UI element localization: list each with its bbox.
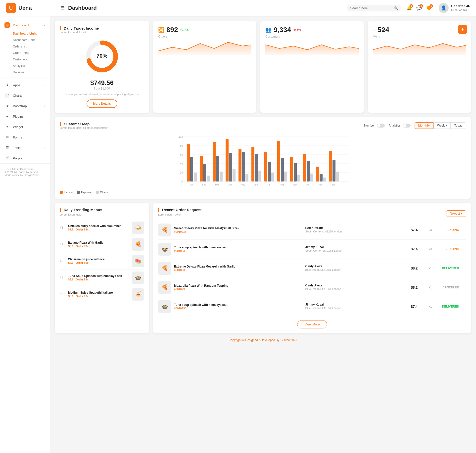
customer-name-1: Peter Parkur — [305, 226, 408, 230]
income-from: from $1,000 — [60, 87, 144, 90]
more-details-button[interactable]: More Details — [87, 99, 117, 108]
trending-meta-5: $5.6 Order 89x — [68, 295, 129, 298]
orders-section: Recent Order Request Lorem ipsum dolor N… — [153, 203, 471, 333]
order-info-3: Extreme Deluxe Pizza Mozarella with Garl… — [174, 265, 302, 272]
rank-2: #2 — [60, 242, 66, 246]
svg-text:Jun: Jun — [254, 183, 258, 186]
customers-label: Customers — [265, 35, 359, 38]
svg-rect-31 — [238, 149, 241, 181]
sidebar-item-apps[interactable]: ℹ Apps › — [0, 80, 50, 90]
order-more-1[interactable]: ⋮ — [462, 227, 466, 232]
customer-name-3: Cindy Alexa — [305, 265, 408, 268]
footer: Copyright © Designed &Developed By 17suc… — [55, 333, 471, 347]
chart-header: Customer Map Lorem ipsum dolor sit amet,… — [60, 122, 466, 129]
trending-meta-3: $5.6 Order 89x — [68, 261, 129, 264]
newest-button[interactable]: Newest ▾ — [446, 210, 466, 217]
order-more-5[interactable]: ⋮ — [462, 304, 466, 309]
period-tabs: Monthly Weekly Today — [415, 122, 466, 129]
search-bar[interactable]: 🔍 — [347, 5, 401, 11]
chevron-right-icon-6: › — [44, 146, 45, 149]
svg-rect-45 — [284, 172, 287, 181]
widget-icon: ✦ — [4, 124, 10, 130]
heart-badge: 1 — [429, 4, 433, 8]
legend-income-label: Income — [64, 191, 73, 194]
sidebar-item-forms[interactable]: ✉ Forms › — [0, 132, 50, 142]
order-row-1: 🍕 Sweet Cheezy Pizza for Kids Meal(Small… — [158, 221, 466, 240]
orders-sparkline — [158, 40, 251, 55]
sidebar-item-bootstrap[interactable]: ★ Bootstrap › — [0, 101, 50, 111]
user-role: Super Admin — [451, 8, 470, 12]
sidebar-sub-analytics[interactable]: Analytics — [13, 63, 50, 69]
order-img-3: 🍕 — [158, 262, 171, 275]
svg-rect-17 — [194, 173, 197, 181]
chevron-right-icon-4: › — [44, 115, 45, 118]
sidebar-item-dashboard[interactable]: ⊞ Dashboard ▾ — [0, 20, 50, 30]
svg-rect-49 — [297, 175, 300, 181]
period-tab-weekly[interactable]: Weekly — [433, 122, 451, 129]
forms-icon: ✉ — [4, 135, 10, 140]
legend-others-dot — [96, 191, 99, 194]
sidebar-item-table[interactable]: ☰ Table › — [0, 142, 50, 153]
order-more-2[interactable]: ⋮ — [462, 247, 466, 251]
trending-section: Daily Trending Menus Lorem ipsum dolor #… — [55, 203, 149, 333]
trending-img-5: 🍝 — [132, 288, 144, 301]
sidebar-sub-reviews[interactable]: Reviews — [13, 69, 50, 76]
customer-name-2: Jimmy Kueai — [305, 245, 408, 249]
sidebar-sub-dashboard-dark[interactable]: Dashboard Dark — [13, 37, 50, 43]
period-tab-monthly[interactable]: Monthly — [415, 122, 433, 129]
search-input[interactable] — [350, 6, 392, 10]
sidebar-footer-copyright: © 2021 All Rights Reserved — [4, 171, 45, 174]
period-tab-today[interactable]: Today — [451, 122, 466, 129]
order-name-4: Mozarella Pizza With Random Topping — [174, 284, 302, 288]
menu-stat-card: ⚙ ≡ 524 Menu — [368, 21, 471, 113]
order-name-5: Tuna soup spinach with himalaya salt — [174, 303, 302, 307]
analytics-toggle[interactable] — [403, 124, 411, 128]
orders-icon: 🔀 — [158, 27, 164, 33]
income-amount: $749.56 — [60, 79, 144, 87]
chevron-right-icon: › — [44, 84, 45, 87]
chevron-right-icon-2: › — [44, 94, 45, 97]
order-price-3: $8.2 — [411, 266, 426, 270]
customer-map-section: Customer Map Lorem ipsum dolor sit amet,… — [55, 117, 471, 199]
heart-button[interactable]: 🧡 1 — [426, 5, 432, 11]
trending-info-4: Tuna Soup Spinach with himalaya salt $5.… — [68, 274, 129, 281]
sidebar-item-charts[interactable]: 📈 Charts › — [0, 90, 50, 101]
order-info-2: Tuna soup spinach with himalaya salt #00… — [174, 246, 302, 253]
avatar-info: Robertos Jr. Super Admin — [451, 4, 470, 12]
order-customer-5: Jimmy Kueai Blue Ocean St.41551 London — [305, 303, 408, 310]
order-img-4: 🍕 — [158, 281, 171, 294]
sidebar-sub-orders-list[interactable]: Orders list — [13, 43, 50, 50]
svg-text:Oct: Oct — [306, 183, 310, 186]
notification-button[interactable]: 🔔 1 — [406, 5, 412, 11]
hamburger-icon[interactable]: ☰ — [61, 5, 65, 11]
sidebar-sub-customers[interactable]: Customers — [13, 56, 50, 63]
customer-name-5: Jimmy Kueai — [305, 303, 408, 306]
sidebar-sub-dashboard-light[interactable]: Dashboard Light — [13, 30, 50, 37]
order-customer-2: Jimmy Kueai South Corner St.41256 London — [305, 245, 408, 253]
message-button[interactable]: 💬 1 — [416, 5, 422, 11]
svg-rect-25 — [220, 172, 223, 181]
orders-accent — [158, 208, 159, 212]
sidebar-item-plugins[interactable]: ♥ Plugins › — [0, 111, 50, 122]
sidebar-sub-order-detail[interactable]: Order Detail — [13, 50, 50, 56]
sidebar-label-forms: Forms — [13, 136, 41, 139]
order-name-1: Sweet Cheezy Pizza for Kids Meal(Small S… — [174, 226, 302, 230]
order-more-4[interactable]: ⋮ — [462, 285, 466, 290]
settings-button[interactable]: ⚙ — [458, 25, 467, 34]
order-more-3[interactable]: ⋮ — [462, 266, 466, 271]
svg-text:nov: nov — [319, 183, 323, 186]
order-customer-1: Peter Parkur South Corner st.41256 londo… — [305, 226, 408, 233]
trending-item-1: #1 Chicken curry special with cucumber $… — [60, 220, 144, 236]
customers-value: 9,334 — [274, 26, 291, 34]
sidebar-label-table: Table — [13, 146, 41, 150]
sidebar-item-widget[interactable]: ✦ Widget — [0, 122, 50, 132]
sidebar-item-pages[interactable]: 📄 Pages › — [0, 153, 50, 163]
svg-rect-39 — [264, 152, 267, 181]
number-toggle[interactable] — [377, 124, 385, 128]
customer-address-4: Blue Ocean St.41551 London — [305, 287, 408, 291]
search-icon[interactable]: 🔍 — [394, 6, 398, 10]
trending-img-3: 🍉 — [132, 255, 144, 267]
user-profile[interactable]: 👤 Robertos Jr. Super Admin — [439, 3, 470, 13]
svg-rect-19 — [200, 156, 203, 181]
view-more-button[interactable]: View More — [297, 320, 327, 328]
